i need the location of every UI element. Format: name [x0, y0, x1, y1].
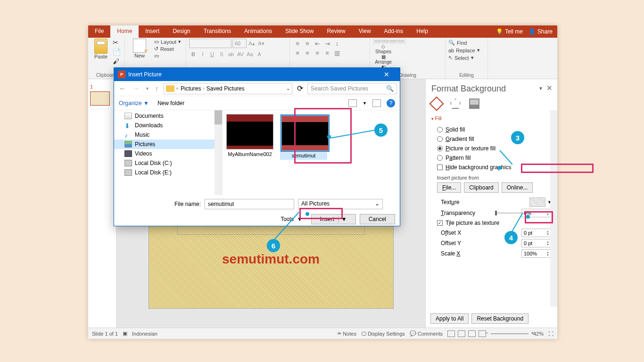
- hide-bg-checkbox[interactable]: Hide background graphics: [431, 163, 552, 172]
- charspacing-button[interactable]: AV: [236, 49, 245, 59]
- help-button[interactable]: ?: [387, 99, 395, 107]
- solid-fill-radio[interactable]: Solid fill: [431, 125, 552, 134]
- section-button[interactable]: ▭: [154, 53, 181, 59]
- breadcrumb-saved[interactable]: Saved Pictures: [206, 85, 245, 92]
- highlight-button[interactable]: A: [255, 49, 264, 59]
- tree-scrollbar[interactable]: [215, 110, 222, 195]
- tree-downloads[interactable]: ⬇Downloads: [114, 121, 222, 130]
- pane-scrollbar[interactable]: [550, 110, 557, 307]
- dialog-titlebar[interactable]: P Insert Picture ✕: [114, 68, 400, 81]
- dialog-close-button[interactable]: ✕: [377, 71, 396, 78]
- tab-help[interactable]: Help: [410, 25, 435, 38]
- cut-icon[interactable]: ✂: [113, 39, 120, 46]
- fill-tab-icon[interactable]: [429, 96, 444, 111]
- gradient-fill-radio[interactable]: Gradient fill: [431, 134, 552, 144]
- preview-button[interactable]: [372, 99, 381, 107]
- spellcheck-icon[interactable]: ▣: [123, 330, 127, 337]
- tree-disk-e[interactable]: Local Disk (E:): [114, 168, 222, 177]
- fill-section-header[interactable]: Fill: [431, 115, 552, 121]
- file-item-1[interactable]: MyAlbumName002: [226, 114, 273, 157]
- picture-tab-icon[interactable]: [469, 99, 479, 109]
- arrange-button[interactable]: ▦Arrange: [373, 54, 394, 65]
- tab-slideshow[interactable]: Slide Show: [279, 25, 320, 38]
- search-input[interactable]: Search Saved Pictures 🔍: [307, 83, 397, 94]
- online-button[interactable]: Online...: [502, 182, 533, 193]
- tab-animations[interactable]: Animations: [238, 25, 279, 38]
- view-button[interactable]: [348, 99, 357, 107]
- notes-button[interactable]: ≐ Notes: [337, 330, 356, 337]
- tab-design[interactable]: Design: [166, 25, 197, 38]
- tab-transitions[interactable]: Transitions: [197, 25, 238, 38]
- zoom-value[interactable]: 42%: [533, 331, 544, 337]
- layout-button[interactable]: ▭Layout ▾: [154, 39, 181, 45]
- organize-button[interactable]: Organize ▼: [119, 100, 149, 107]
- clipboard-button[interactable]: Clipboard: [464, 182, 498, 193]
- bullets-button[interactable]: ≡: [293, 39, 302, 48]
- new-folder-button[interactable]: New folder: [157, 100, 184, 107]
- display-settings-button[interactable]: 🖵 Display Settings: [361, 331, 405, 337]
- comments-button[interactable]: 💬 Comments: [410, 330, 443, 337]
- new-slide-button[interactable]: New: [128, 39, 151, 59]
- shapes-button[interactable]: ◇Shapes: [373, 44, 394, 54]
- paste-button[interactable]: Paste: [91, 39, 111, 65]
- align-right-button[interactable]: ≡: [313, 48, 322, 58]
- nav-up-button[interactable]: ↑: [153, 84, 161, 92]
- breadcrumb-pictures[interactable]: Pictures: [181, 85, 201, 92]
- tree-disk-c[interactable]: Local Disk (C:): [114, 158, 222, 168]
- strike-button[interactable]: S: [217, 49, 226, 59]
- shapes-gallery[interactable]: [373, 39, 406, 44]
- cancel-button[interactable]: Cancel: [360, 214, 395, 224]
- file-item-2[interactable]: semutimut: [280, 114, 327, 160]
- decrease-font-icon[interactable]: A▾: [257, 39, 265, 48]
- tab-review[interactable]: Review: [320, 25, 352, 38]
- tell-me[interactable]: 💡Tell me: [496, 28, 523, 35]
- address-bar[interactable]: « Pictures › Saved Pictures ⌄: [164, 83, 293, 94]
- underline-button[interactable]: U: [208, 49, 216, 59]
- scalex-input[interactable]: 100%▲▼: [521, 249, 552, 258]
- file-button[interactable]: File...: [437, 182, 461, 193]
- insert-button[interactable]: Insert▼: [311, 214, 356, 224]
- tab-view[interactable]: View: [352, 25, 378, 38]
- select-button[interactable]: ↖Select ▾: [448, 55, 485, 61]
- tile-checkbox[interactable]: ✓Tile picture as texture: [431, 218, 552, 228]
- language-status[interactable]: Indonesian: [132, 331, 157, 337]
- increase-font-icon[interactable]: A▴: [248, 39, 256, 48]
- font-name-select[interactable]: [189, 39, 231, 48]
- format-painter-icon[interactable]: 🖌: [113, 58, 120, 65]
- tab-file[interactable]: File: [88, 25, 110, 38]
- numbering-button[interactable]: ≡: [303, 39, 312, 48]
- transparency-slider[interactable]: [495, 212, 521, 214]
- tree-music[interactable]: ♪Music: [114, 130, 222, 140]
- bold-button[interactable]: B: [189, 49, 198, 59]
- fit-window-icon[interactable]: ⛶: [548, 331, 553, 337]
- tab-addins[interactable]: Add-ins: [378, 25, 410, 38]
- refresh-button[interactable]: ⟳: [295, 84, 305, 93]
- align-center-button[interactable]: ≡: [303, 48, 312, 58]
- tab-home[interactable]: Home: [110, 25, 139, 38]
- reading-view-icon[interactable]: [468, 330, 476, 337]
- apply-all-button[interactable]: Apply to All: [430, 313, 469, 324]
- align-left-button[interactable]: ≡: [293, 48, 302, 58]
- effects-tab-icon[interactable]: [450, 99, 461, 109]
- nav-back-button[interactable]: ←: [117, 84, 128, 92]
- copy-icon[interactable]: 📄: [113, 48, 120, 56]
- offsety-input[interactable]: 0 pt▲▼: [521, 239, 552, 247]
- file-filter-select[interactable]: All Pictures⌄: [298, 199, 383, 209]
- zoom-slider[interactable]: [491, 333, 528, 334]
- tree-videos[interactable]: Videos: [114, 149, 222, 158]
- share-button[interactable]: 👤Share: [528, 28, 553, 35]
- slide-thumbnail[interactable]: [90, 91, 110, 106]
- tab-insert[interactable]: Insert: [139, 25, 166, 38]
- columns-button[interactable]: ▥: [332, 48, 342, 58]
- tree-pictures[interactable]: Pictures: [114, 140, 222, 149]
- picture-fill-radio[interactable]: Picture or texture fill: [431, 144, 552, 153]
- nav-forward-button[interactable]: →: [131, 84, 141, 92]
- indent-inc-button[interactable]: ⇥: [322, 39, 332, 48]
- font-size-select[interactable]: 60: [232, 39, 247, 48]
- sorter-view-icon[interactable]: [458, 330, 465, 337]
- italic-button[interactable]: I: [198, 49, 207, 59]
- texture-picker[interactable]: [529, 197, 545, 207]
- reset-bg-button[interactable]: Reset Background: [471, 313, 528, 324]
- indent-dec-button[interactable]: ⇤: [313, 39, 322, 48]
- offsetx-input[interactable]: 0 pt▲▼: [521, 229, 552, 237]
